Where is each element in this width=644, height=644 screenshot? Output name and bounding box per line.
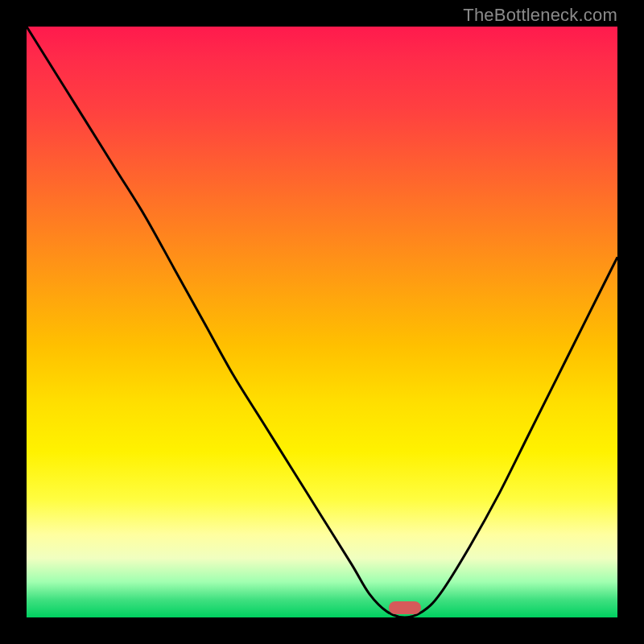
optimal-marker xyxy=(389,601,421,614)
watermark-text: TheBottleneck.com xyxy=(463,5,617,26)
chart-frame: TheBottleneck.com xyxy=(0,0,644,644)
plot-gradient-background xyxy=(27,27,617,617)
